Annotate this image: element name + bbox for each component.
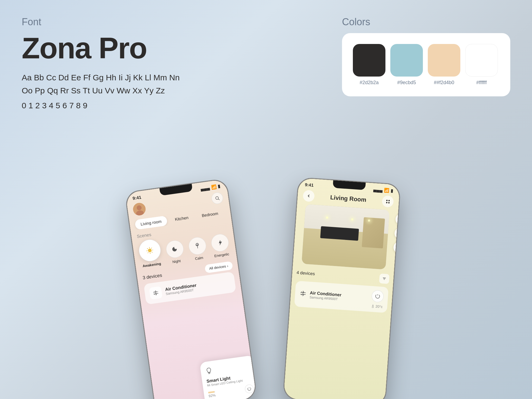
font-name: Zona Pro [22, 33, 342, 63]
record-button[interactable] [393, 241, 400, 254]
svg-line-16 [208, 373, 210, 374]
ac-icon [149, 286, 163, 300]
room-title: Living Room [330, 194, 367, 203]
svg-line-10 [147, 248, 148, 249]
swatch-label-blue: #9ecbd5 [397, 80, 416, 86]
svg-point-5 [148, 249, 152, 252]
colors-section: Colors #2d2b2a #9ecbd5 ##f2d4b0 #ffffff [342, 16, 510, 110]
font-label: Font [22, 16, 342, 28]
swatch-box-white [465, 44, 498, 77]
swatch-box-blue [390, 44, 423, 77]
svg-line-11 [152, 252, 152, 252]
wifi-icon: 📶 [211, 184, 217, 190]
ceiling-light-3 [368, 219, 370, 222]
phone2-time: 9:41 [305, 182, 314, 188]
font-numbers: 0 1 2 3 4 5 6 7 8 9 [22, 101, 342, 110]
phone2-devices-section: 4 devices [290, 267, 394, 313]
svg-line-15 [208, 373, 210, 373]
scene-night[interactable]: Night [165, 239, 185, 265]
filter-button[interactable] [379, 274, 389, 284]
scene-energetic[interactable]: Energetic [210, 233, 230, 258]
phone2-ac-info: Air Conditioner Samsung AR9500T [309, 290, 341, 301]
side-controls [393, 213, 400, 254]
swatch-peach: ##f2d4b0 [428, 44, 460, 86]
svg-line-4 [218, 199, 220, 200]
phone2-ac-card[interactable]: Air Conditioner Samsung AR9500T [294, 281, 389, 313]
smart-light-power-button[interactable] [244, 384, 254, 394]
scene-calm[interactable]: Calm [188, 236, 208, 261]
phone1-devices-count: 3 devices [142, 273, 162, 281]
room-image [302, 204, 390, 270]
swatch-box-dark [353, 44, 385, 77]
chevron-right-icon: › [227, 264, 228, 268]
swatch-white: #ffffff [465, 44, 498, 86]
brightness-percent: 92% [208, 393, 216, 398]
record-icon [397, 245, 400, 250]
wifi-icon-2: 📶 [384, 188, 389, 193]
swatch-blue: #9ecbd5 [390, 44, 423, 86]
phone-2: 9:41 ▄▄▄ 📶 ▮ Living Room [283, 177, 401, 399]
top-section: Font Zona Pro Aa Bb Cc Dd Ee Ff Gg Hh Ii… [0, 0, 532, 110]
phone2-ac-icon [299, 290, 307, 299]
camera-button[interactable] [395, 213, 400, 225]
phone2-ac-left: Air Conditioner Samsung AR9500T [299, 290, 341, 301]
dot-grid-icon [386, 199, 390, 203]
room-stairs [362, 217, 385, 248]
scene-night-icon [165, 239, 185, 259]
font-alphabet: Aa Bb Cc Dd Ee Ff Gg Hh Ii Jj Kk Ll Mm N… [22, 71, 342, 97]
phone-1: 9:41 ▄▄▄ 📶 ▮ [124, 178, 257, 399]
swatch-box-peach [428, 44, 460, 77]
phones-section: 9:41 ▄▄▄ 📶 ▮ [0, 114, 532, 399]
battery-icon-2: ▮ [391, 188, 393, 194]
signal-icon-2: ▄▄▄ [373, 187, 383, 192]
font-section: Font Zona Pro Aa Bb Cc Dd Ee Ff Gg Hh Ii… [22, 16, 342, 110]
phone2-devices-count: 4 devices [296, 270, 315, 276]
svg-line-19 [383, 278, 386, 278]
tab-b[interactable]: B [226, 207, 231, 217]
svg-line-13 [148, 252, 148, 253]
colors-label: Colors [342, 16, 510, 28]
search-button[interactable] [211, 192, 224, 204]
phone-2-screen: 9:41 ▄▄▄ 📶 ▮ Living Room [283, 178, 400, 399]
all-devices-button[interactable]: All devices › [204, 261, 233, 273]
swatch-label-peach: ##f2d4b0 [434, 80, 454, 86]
ceiling-light-1 [326, 216, 328, 219]
swatch-dark: #2d2b2a [353, 44, 385, 86]
scene-energetic-icon [210, 233, 230, 252]
scene-awakening-icon [138, 238, 162, 262]
ac-info: Air Conditioner Samsung AR9500T [165, 278, 230, 296]
ceiling-light-2 [351, 218, 353, 220]
smart-light-bottom: 92% [208, 384, 254, 399]
scan-button[interactable] [394, 227, 400, 239]
phone2-temp: 20°c [371, 304, 383, 309]
swatch-label-dark: #2d2b2a [360, 80, 379, 86]
colors-card: #2d2b2a #9ecbd5 ##f2d4b0 #ffffff [342, 33, 510, 96]
phone-1-screen: 9:41 ▄▄▄ 📶 ▮ [125, 179, 257, 399]
svg-line-12 [151, 248, 152, 248]
back-button[interactable] [303, 190, 315, 202]
svg-rect-17 [399, 218, 400, 221]
scene-calm-icon [188, 236, 207, 256]
svg-point-3 [216, 197, 219, 200]
smart-light-card: Smart Light Mi Smart LED Ceiling Light 9… [199, 355, 256, 399]
phone2-ac-controls: 20°c [371, 290, 384, 309]
options-button[interactable] [382, 195, 394, 208]
room-image-container [297, 204, 394, 270]
scene-awakening[interactable]: Awakening [138, 238, 163, 268]
user-avatar[interactable] [132, 202, 146, 216]
swatch-label-white: #ffffff [476, 80, 487, 86]
phone2-power-button[interactable] [371, 290, 384, 303]
battery-icon: ▮ [217, 183, 221, 189]
